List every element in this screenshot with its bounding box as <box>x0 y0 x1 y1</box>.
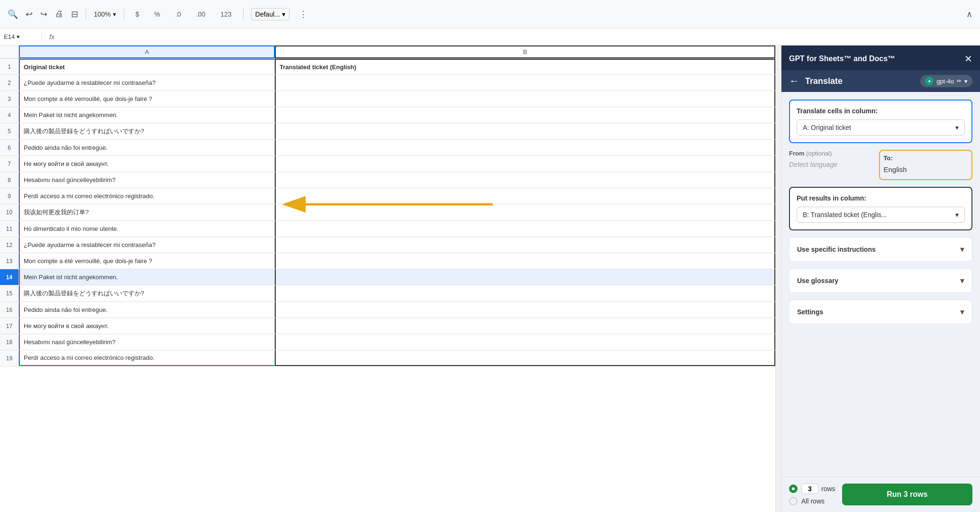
sidebar-subheader: ← Translate ✦ gpt-4o ✏ ▾ <box>781 70 980 92</box>
percent-button[interactable]: % <box>151 9 164 20</box>
cell-b[interactable] <box>275 350 775 366</box>
radio-rows[interactable]: rows <box>789 484 835 494</box>
rows-count-input[interactable] <box>801 484 818 494</box>
table-row[interactable]: 4 Mein Paket ist nicht angekommen. <box>0 107 775 123</box>
col-b-header[interactable]: B <box>275 46 775 58</box>
cell-b[interactable] <box>275 156 775 172</box>
back-button[interactable]: ← <box>789 75 799 87</box>
table-row[interactable]: 13 Mon compte a été verrouillé, que dois… <box>0 253 775 269</box>
cell-a[interactable]: Mein Paket ist nicht angekommen. <box>19 269 275 285</box>
table-row[interactable]: 16 Pedido ainda não foi entregue. <box>0 302 775 318</box>
cell-b[interactable] <box>275 140 775 155</box>
radio-rows-button[interactable] <box>789 485 798 493</box>
cell-a[interactable]: Не могу войти в свой аккаунт. <box>19 318 275 334</box>
cell-b[interactable] <box>275 123 775 139</box>
cell-a[interactable]: 我该如何更改我的订单? <box>19 204 275 220</box>
radio-all-rows-button[interactable] <box>789 497 798 505</box>
sidebar-close-button[interactable]: ✕ <box>964 53 972 64</box>
table-row[interactable]: 9 Perdí acceso a mi correo electrónico r… <box>0 188 775 204</box>
results-column-select[interactable]: B: Translated ticket (Englis... ▾ <box>797 207 965 223</box>
font-name: Defaul... <box>255 10 280 18</box>
table-row[interactable]: 14 Mein Paket ist nicht angekommen. <box>0 269 775 285</box>
cell-b[interactable] <box>275 237 775 253</box>
radio-all-rows[interactable]: All rows <box>789 497 835 505</box>
column-select-chevron: ▾ <box>955 124 959 131</box>
cell-a[interactable]: Original ticket <box>19 59 275 74</box>
collapse-toolbar-icon[interactable]: ∧ <box>966 9 972 19</box>
column-select[interactable]: A: Original ticket ▾ <box>797 119 965 136</box>
scrollbar[interactable] <box>775 46 781 512</box>
cell-a[interactable]: Mon compte a été verrouillé, que dois-je… <box>19 253 275 269</box>
detect-language-value[interactable]: Detect language <box>789 159 873 170</box>
cell-a[interactable]: Hesabımı nasıl güncelleyebilirim? <box>19 172 275 188</box>
cell-a[interactable]: ¿Puede ayudarme a restablecer mi contras… <box>19 75 275 91</box>
table-row[interactable]: 2 ¿Puede ayudarme a restablecer mi contr… <box>0 75 775 91</box>
to-box: To: English <box>879 150 973 180</box>
accordion-settings[interactable]: Settings ▾ <box>789 300 972 324</box>
to-language-value[interactable]: English <box>884 164 968 175</box>
run-button[interactable]: Run 3 rows <box>842 484 972 505</box>
accordion-glossary[interactable]: Use glossary ▾ <box>789 268 972 293</box>
row-number: 15 <box>0 285 19 302</box>
zoom-control[interactable]: 100% ▾ <box>94 10 116 18</box>
cell-b[interactable] <box>275 107 775 123</box>
cell-reference[interactable]: E14 ▾ <box>4 33 42 40</box>
cell-a[interactable]: Hesabımı nasıl güncelleyebilirim? <box>19 334 275 350</box>
cell-b[interactable] <box>275 253 775 269</box>
table-row[interactable]: 12 ¿Puede ayudarme a restablecer mi cont… <box>0 237 775 253</box>
table-row[interactable]: 10 我该如何更改我的订单? <box>0 204 775 221</box>
accordion-chevron-0: ▾ <box>960 244 964 255</box>
print-icon[interactable]: 🖨 <box>55 9 64 19</box>
cell-b[interactable] <box>275 75 775 91</box>
decimal-format-button[interactable]: .00 <box>192 9 209 20</box>
redo-icon[interactable]: ↪ <box>40 9 47 19</box>
accordion-specific-instructions[interactable]: Use specific instructions ▾ <box>789 237 972 262</box>
cell-b[interactable] <box>275 334 775 350</box>
currency-button[interactable]: $ <box>132 9 143 20</box>
table-row[interactable]: 19 Perdí acceso a mi correo electrónico … <box>0 350 775 366</box>
search-icon[interactable]: 🔍 <box>8 9 18 19</box>
cell-a[interactable]: Ho dimenticato il mio nome utente. <box>19 221 275 237</box>
decimal-zero-button[interactable]: .0 <box>172 9 185 20</box>
undo-icon[interactable]: ↩ <box>26 9 33 19</box>
col-a-header[interactable]: A <box>19 46 275 58</box>
table-row[interactable]: 17 Не могу войти в свой аккаунт. <box>0 318 775 334</box>
cell-a[interactable]: Mon compte a été verrouillé, que dois-je… <box>19 91 275 107</box>
cell-a[interactable]: Pedido ainda não foi entregue. <box>19 140 275 155</box>
cell-b[interactable] <box>275 302 775 318</box>
cell-b[interactable] <box>275 285 775 302</box>
row-number: 13 <box>0 253 19 269</box>
model-selector[interactable]: ✦ gpt-4o ✏ ▾ <box>920 75 972 87</box>
cell-ref-chevron: ▾ <box>17 33 20 40</box>
cell-a[interactable]: 購入後の製品登録をどうすればいいですか? <box>19 285 275 302</box>
cell-a[interactable]: Mein Paket ist nicht angekommen. <box>19 107 275 123</box>
cell-b[interactable] <box>275 221 775 237</box>
table-row[interactable]: 11 Ho dimenticato il mio nome utente. <box>0 221 775 237</box>
cell-a[interactable]: Не могу войти в свой аккаунт. <box>19 156 275 172</box>
table-row[interactable]: 3 Mon compte a été verrouillé, que dois-… <box>0 91 775 107</box>
cell-b[interactable] <box>275 91 775 107</box>
cell-a[interactable]: Perdí acceso a mi correo electrónico reg… <box>19 188 275 204</box>
more-options-icon[interactable]: ⋮ <box>299 9 308 19</box>
table-row[interactable]: 7 Не могу войти в свой аккаунт. <box>0 156 775 172</box>
cell-b[interactable] <box>275 188 775 204</box>
cell-b[interactable] <box>275 269 775 285</box>
table-row[interactable]: 5 購入後の製品登録をどうすればいいですか? <box>0 123 775 140</box>
paint-format-icon[interactable]: ⊟ <box>71 9 78 19</box>
table-row[interactable]: 15 購入後の製品登録をどうすればいいですか? <box>0 285 775 302</box>
cell-b[interactable]: Translated ticket (English) <box>275 59 775 74</box>
cell-b[interactable] <box>275 318 775 334</box>
cell-b[interactable] <box>275 204 775 220</box>
table-row[interactable]: 18 Hesabımı nasıl güncelleyebilirim? <box>0 334 775 350</box>
cell-b[interactable] <box>275 172 775 188</box>
cell-a[interactable]: ¿Puede ayudarme a restablecer mi contras… <box>19 237 275 253</box>
font-dropdown[interactable]: Defaul... ▾ <box>251 8 290 20</box>
column-headers: A B <box>0 46 775 59</box>
number-format-button[interactable]: 123 <box>217 9 235 20</box>
table-row[interactable]: 8 Hesabımı nasıl güncelleyebilirim? <box>0 172 775 188</box>
cell-a[interactable]: Pedido ainda não foi entregue. <box>19 302 275 318</box>
cell-a[interactable]: Perdí acceso a mi correo electrónico reg… <box>19 350 275 366</box>
cell-a[interactable]: 購入後の製品登録をどうすればいいですか? <box>19 123 275 139</box>
table-row[interactable]: 1 Original ticket Translated ticket (Eng… <box>0 59 775 75</box>
table-row[interactable]: 6 Pedido ainda não foi entregue. <box>0 140 775 156</box>
